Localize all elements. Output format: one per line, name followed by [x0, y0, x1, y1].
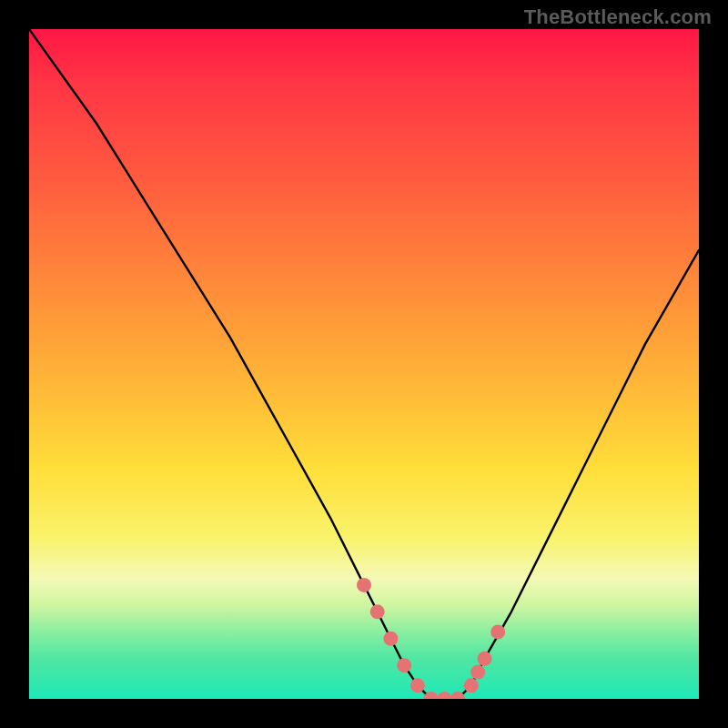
chart-svg	[29, 29, 699, 699]
marker-group	[357, 578, 505, 699]
flat-marker-3	[437, 692, 451, 699]
chart-frame: TheBottleneck.com	[0, 0, 728, 728]
attribution-label: TheBottleneck.com	[524, 5, 712, 29]
left-marker-1	[357, 578, 371, 592]
right-marker-2	[470, 665, 485, 680]
left-marker-4	[397, 658, 411, 672]
right-marker-3	[478, 652, 492, 666]
bottleneck-curve-line	[29, 29, 699, 699]
chart-plot-area	[29, 29, 699, 699]
right-marker-1	[464, 678, 479, 693]
left-marker-3	[383, 632, 398, 646]
flat-marker-1	[410, 678, 425, 693]
right-marker-4	[490, 624, 505, 639]
left-marker-2	[370, 604, 385, 619]
